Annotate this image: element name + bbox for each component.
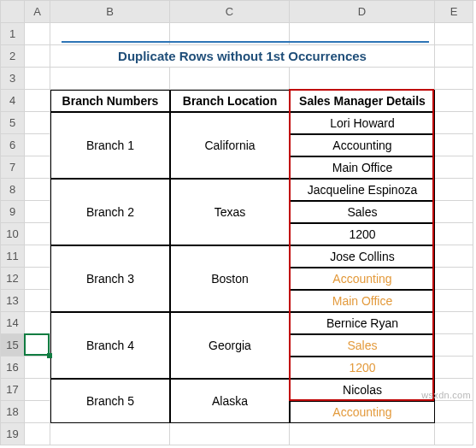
location-cell[interactable]: Texas (170, 179, 290, 245)
empty-cell[interactable] (25, 134, 50, 156)
details-cell[interactable]: Lori Howard (290, 112, 435, 134)
branch-cell[interactable]: Branch 4 (50, 312, 170, 379)
details-cell[interactable]: 1200 (290, 223, 435, 245)
empty-cell[interactable] (25, 401, 50, 423)
row-header-16[interactable]: 16 (1, 357, 25, 379)
empty-cell[interactable] (25, 45, 50, 68)
empty-cell[interactable] (435, 334, 473, 357)
empty-cell[interactable] (435, 134, 473, 156)
column-header-C[interactable]: C (170, 1, 290, 23)
column-header-A[interactable]: A (25, 1, 50, 23)
row-header-19[interactable]: 19 (1, 423, 25, 445)
empty-cell[interactable] (170, 423, 290, 445)
location-cell[interactable]: Georgia (170, 312, 290, 379)
row-header-8[interactable]: 8 (1, 179, 25, 201)
row-header-9[interactable]: 9 (1, 201, 25, 223)
details-cell[interactable]: Accounting (290, 134, 435, 156)
details-cell[interactable]: Sales (290, 334, 435, 357)
row-header-12[interactable]: 12 (1, 268, 25, 290)
empty-cell[interactable] (25, 112, 50, 134)
empty-cell[interactable] (435, 290, 473, 312)
row-header-14[interactable]: 14 (1, 312, 25, 334)
table-header-branch: Branch Numbers (50, 90, 170, 112)
details-cell[interactable]: Main Office (290, 156, 435, 179)
details-cell[interactable]: Jose Collins (290, 245, 435, 268)
table-header-details: Sales Manager Details (290, 90, 435, 112)
title-underline (62, 41, 429, 43)
empty-cell[interactable] (435, 357, 473, 379)
empty-cell[interactable] (25, 334, 50, 357)
row-header-17[interactable]: 17 (1, 379, 25, 401)
branch-cell[interactable]: Branch 3 (50, 245, 170, 312)
empty-cell[interactable] (435, 112, 473, 134)
watermark-text: wsxdn.com (421, 390, 471, 400)
empty-cell[interactable] (435, 312, 473, 334)
empty-cell[interactable] (25, 312, 50, 334)
row-header-11[interactable]: 11 (1, 245, 25, 268)
details-cell[interactable]: Sales (290, 201, 435, 223)
row-header-6[interactable]: 6 (1, 134, 25, 156)
table-header-location: Branch Location (170, 90, 290, 112)
empty-cell[interactable] (170, 68, 290, 90)
column-header-E[interactable]: E (435, 1, 473, 23)
empty-cell[interactable] (25, 223, 50, 245)
empty-cell[interactable] (25, 268, 50, 290)
empty-cell[interactable] (435, 201, 473, 223)
details-cell[interactable]: Accounting (290, 268, 435, 290)
details-cell[interactable]: 1200 (290, 357, 435, 379)
empty-cell[interactable] (25, 357, 50, 379)
empty-cell[interactable] (435, 245, 473, 268)
branch-cell[interactable]: Branch 1 (50, 112, 170, 179)
empty-cell[interactable] (435, 423, 473, 445)
branch-cell[interactable]: Branch 2 (50, 179, 170, 245)
empty-cell[interactable] (25, 245, 50, 268)
spreadsheet-grid[interactable]: ABCDE12Duplicate Rows without 1st Occurr… (0, 0, 476, 445)
empty-cell[interactable] (25, 23, 50, 45)
row-header-5[interactable]: 5 (1, 112, 25, 134)
details-cell[interactable]: Jacqueline Espinoza (290, 179, 435, 201)
empty-cell[interactable] (25, 68, 50, 90)
column-header-D[interactable]: D (290, 1, 435, 23)
empty-cell[interactable] (50, 423, 170, 445)
empty-cell[interactable] (435, 90, 473, 112)
details-cell[interactable]: Bernice Ryan (290, 312, 435, 334)
row-header-4[interactable]: 4 (1, 90, 25, 112)
empty-cell[interactable] (25, 379, 50, 401)
empty-cell[interactable] (435, 156, 473, 179)
empty-cell[interactable] (435, 179, 473, 201)
empty-cell[interactable] (25, 201, 50, 223)
empty-cell[interactable] (435, 23, 473, 45)
empty-cell[interactable] (25, 290, 50, 312)
page-title: Duplicate Rows without 1st Occurrences (50, 45, 435, 68)
details-cell[interactable]: Accounting (290, 401, 435, 423)
row-header-10[interactable]: 10 (1, 223, 25, 245)
empty-cell[interactable] (435, 45, 473, 68)
empty-cell[interactable] (435, 401, 473, 423)
empty-cell[interactable] (25, 423, 50, 445)
branch-cell[interactable]: Branch 5 (50, 379, 170, 423)
row-header-2[interactable]: 2 (1, 45, 25, 68)
empty-cell[interactable] (435, 68, 473, 90)
row-header-18[interactable]: 18 (1, 401, 25, 423)
empty-cell[interactable] (50, 68, 170, 90)
select-all-corner[interactable] (1, 1, 25, 23)
empty-cell[interactable] (290, 423, 435, 445)
empty-cell[interactable] (435, 268, 473, 290)
empty-cell[interactable] (435, 223, 473, 245)
details-cell[interactable]: Nicolas (290, 379, 435, 401)
row-header-7[interactable]: 7 (1, 156, 25, 179)
row-header-1[interactable]: 1 (1, 23, 25, 45)
row-header-15[interactable]: 15 (1, 334, 25, 357)
empty-cell[interactable] (25, 179, 50, 201)
empty-cell[interactable] (290, 68, 435, 90)
row-header-3[interactable]: 3 (1, 68, 25, 90)
column-header-B[interactable]: B (50, 1, 170, 23)
location-cell[interactable]: California (170, 112, 290, 179)
empty-cell[interactable] (25, 156, 50, 179)
location-cell[interactable]: Boston (170, 245, 290, 312)
row-header-13[interactable]: 13 (1, 290, 25, 312)
location-cell[interactable]: Alaska (170, 379, 290, 423)
empty-cell[interactable] (25, 90, 50, 112)
details-cell[interactable]: Main Office (290, 290, 435, 312)
